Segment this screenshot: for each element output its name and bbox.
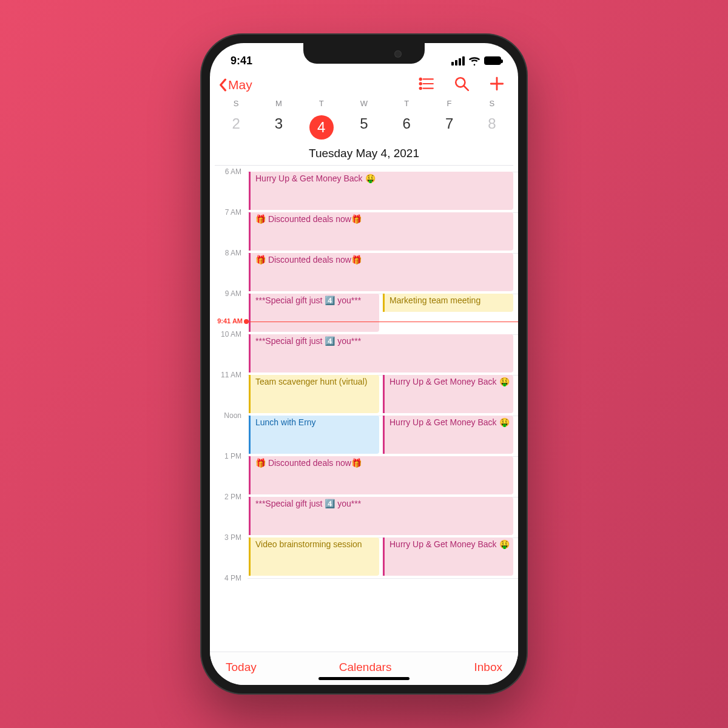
day-letter: S: [215, 99, 257, 112]
phone-frame: 9:41 May: [200, 33, 528, 695]
hour-label: 6 AM: [210, 167, 245, 176]
calendar-event[interactable]: Marketing team meeting: [383, 294, 513, 312]
hour-label: 4 PM: [210, 574, 245, 582]
calendar-event[interactable]: Hurry Up & Get Money Back 🤑: [383, 375, 513, 413]
day-letters: SMTWTFS: [215, 99, 513, 112]
day-number[interactable]: 7: [428, 112, 470, 146]
hour-label: 7 AM: [210, 208, 245, 217]
calendar-event[interactable]: 🎁 Discounted deals now🎁: [249, 253, 513, 291]
day-letter: T: [385, 99, 428, 112]
svg-line-7: [464, 86, 468, 90]
calendar-event[interactable]: ***Special gift just 4️⃣ you***: [249, 334, 513, 372]
calendar-event[interactable]: Hurry Up & Get Money Back 🤑: [383, 538, 513, 576]
calendar-event[interactable]: Video brainstorming session: [249, 538, 379, 576]
notch: [303, 43, 425, 64]
day-number[interactable]: 6: [385, 112, 428, 146]
hour-label: 9 AM: [210, 289, 245, 298]
battery-icon: [484, 56, 501, 65]
calendars-button[interactable]: Calendars: [339, 661, 392, 674]
day-letter: T: [300, 99, 343, 112]
today-button[interactable]: Today: [226, 661, 257, 674]
search-icon[interactable]: [454, 76, 470, 94]
back-button[interactable]: May: [218, 78, 252, 92]
navbar: May: [210, 72, 518, 96]
calendar-event[interactable]: ***Special gift just 4️⃣ you***: [249, 294, 379, 332]
calendar-event[interactable]: ***Special gift just 4️⃣ you***: [249, 497, 513, 535]
svg-point-3: [420, 78, 422, 80]
hour-label: 10 AM: [210, 330, 245, 339]
svg-point-4: [420, 83, 422, 84]
nav-actions: [419, 76, 505, 94]
calendar-event[interactable]: 🎁 Discounted deals now🎁: [249, 456, 513, 494]
now-indicator-label: 9:41 AM: [210, 317, 245, 325]
day-number[interactable]: 2: [215, 112, 257, 146]
hour-label: 2 PM: [210, 493, 245, 501]
calendar-event[interactable]: 🎁 Discounted deals now🎁: [249, 212, 513, 251]
list-view-icon[interactable]: [419, 76, 434, 94]
status-time: 9:41: [231, 55, 252, 67]
cellular-icon: [451, 56, 465, 66]
calendar-event[interactable]: Hurry Up & Get Money Back 🤑: [249, 172, 513, 210]
day-number[interactable]: 8: [471, 112, 513, 146]
day-number[interactable]: 4: [300, 112, 343, 146]
timeline[interactable]: 6 AM7 AM8 AM9 AM10 AM11 AMNoon1 PM2 PM3 …: [210, 166, 518, 652]
day-letter: S: [471, 99, 513, 112]
week-header: SMTWTFS 2345678 Tuesday May 4, 2021: [210, 96, 518, 166]
day-letter: F: [428, 99, 470, 112]
day-numbers: 2345678: [215, 112, 513, 146]
day-letter: W: [343, 99, 385, 112]
hour-label: 11 AM: [210, 371, 245, 379]
selected-date-label: Tuesday May 4, 2021: [215, 146, 513, 166]
calendar-event[interactable]: Lunch with Erny: [249, 416, 379, 454]
home-indicator[interactable]: [318, 677, 410, 680]
day-letter: M: [257, 99, 300, 112]
wifi-icon: [468, 55, 480, 67]
add-event-icon[interactable]: [489, 76, 505, 94]
day-number[interactable]: 5: [343, 112, 385, 146]
day-number[interactable]: 3: [257, 112, 300, 146]
hour-label: 1 PM: [210, 452, 245, 460]
status-right: [451, 55, 501, 67]
hour-label: 8 AM: [210, 249, 245, 257]
hour-label: Noon: [210, 411, 245, 420]
calendar-event[interactable]: Hurry Up & Get Money Back 🤑: [383, 416, 513, 454]
screen: 9:41 May: [210, 43, 518, 685]
hour-label: 3 PM: [210, 533, 245, 542]
calendar-event[interactable]: Team scavenger hunt (virtual): [249, 375, 379, 413]
back-label: May: [228, 78, 252, 92]
svg-point-5: [420, 87, 422, 89]
inbox-button[interactable]: Inbox: [474, 661, 502, 674]
